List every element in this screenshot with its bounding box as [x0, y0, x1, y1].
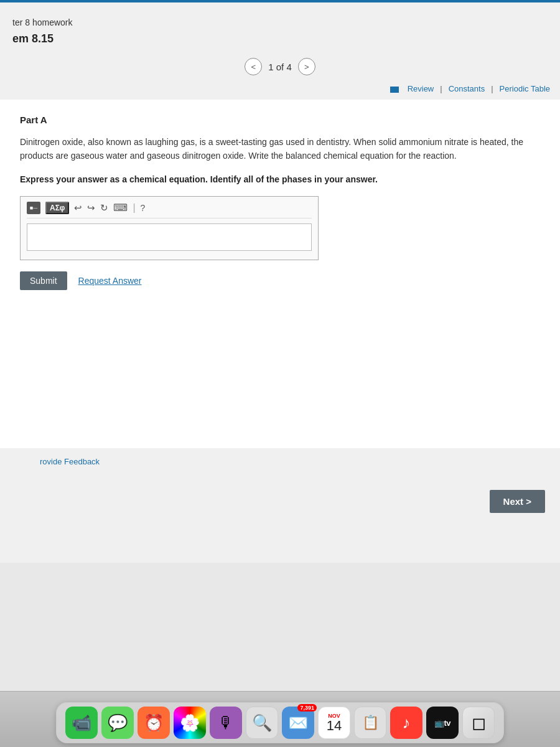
redo-icon[interactable]: ↪	[87, 202, 95, 214]
undo-icon[interactable]: ↩	[74, 202, 82, 214]
dock-appletv[interactable]: 📺tv	[426, 707, 459, 739]
feedback-area: rovide Feedback	[0, 448, 560, 485]
answer-toolbar: ■— ΑΣφ ↩ ↪ ↻ ⌨ | ?	[27, 202, 312, 218]
feedback-link[interactable]: rovide Feedback	[20, 457, 540, 466]
refresh-icon[interactable]: ↻	[100, 202, 108, 214]
mac-dock: 📹 💬 ⏰ 🌸 🎙 🔍 ✉️ 7,391 NOV	[0, 691, 560, 747]
problem-text: Dinitrogen oxide, also known as laughing…	[20, 135, 540, 163]
calendar-date-display: NOV 14	[327, 713, 342, 733]
dock-reminders[interactable]: ⏰	[138, 707, 170, 739]
dock-podcasts[interactable]: 🎙	[210, 707, 242, 739]
toolbar-row: Review | Constants | Periodic Table	[0, 84, 560, 100]
answer-box: ■— ΑΣφ ↩ ↪ ↻ ⌨ | ?	[20, 196, 319, 260]
request-answer-link[interactable]: Request Answer	[78, 276, 142, 286]
chapter-label: ter 8 homework	[12, 17, 548, 27]
separator-1: |	[440, 84, 442, 93]
dock-inner: 📹 💬 ⏰ 🌸 🎙 🔍 ✉️ 7,391 NOV	[56, 702, 504, 743]
next-button-container: Next >	[0, 490, 560, 513]
constants-link[interactable]: Constants	[449, 84, 485, 93]
navigation-row: < 1 of 4 >	[0, 53, 560, 84]
dock-messages[interactable]: 💬	[101, 707, 134, 739]
submit-button[interactable]: Submit	[20, 271, 67, 290]
dock-siri[interactable]: ◻	[462, 707, 495, 739]
help-icon[interactable]: ?	[141, 203, 146, 213]
dock-photos[interactable]: 🌸	[174, 707, 206, 739]
appletv-label: 📺tv	[434, 718, 450, 728]
prev-button[interactable]: <	[245, 58, 262, 75]
greek-letters-button[interactable]: ΑΣφ	[45, 202, 69, 214]
dock-notes[interactable]: 📋	[354, 707, 386, 739]
main-content: ter 8 homework em 8.15 < 1 of 4 > Review…	[0, 2, 560, 563]
next-button[interactable]: Next >	[490, 490, 545, 513]
dock-finder[interactable]: 🔍	[246, 707, 278, 739]
mail-badge: 7,391	[297, 704, 317, 712]
separator-2: |	[491, 84, 493, 93]
problem-title: em 8.15	[0, 30, 560, 53]
keyboard-icon[interactable]: ⌨	[113, 202, 128, 214]
dock-facetime[interactable]: 📹	[65, 707, 98, 739]
part-label: Part A	[20, 115, 540, 125]
symbol-icon: ■—	[27, 202, 40, 214]
dock-music[interactable]: ♪	[390, 707, 422, 739]
content-panel: Part A Dinitrogen oxide, also known as l…	[0, 100, 560, 448]
breadcrumb: ter 8 homework	[0, 12, 560, 30]
dock-mail[interactable]: ✉️ 7,391	[282, 707, 314, 739]
dock-calendar[interactable]: NOV 14	[318, 707, 350, 739]
answer-input[interactable]	[27, 223, 312, 251]
calendar-day: 14	[327, 719, 342, 733]
review-icon	[390, 84, 401, 93]
review-link[interactable]: Review	[408, 84, 434, 93]
buttons-row: Submit Request Answer	[20, 271, 540, 290]
toolbar-separator: |	[133, 202, 135, 214]
instruction-text: Express your answer as a chemical equati…	[20, 173, 540, 186]
periodic-table-link[interactable]: Periodic Table	[500, 84, 550, 93]
nav-label: 1 of 4	[268, 62, 292, 72]
next-nav-button[interactable]: >	[298, 58, 315, 75]
